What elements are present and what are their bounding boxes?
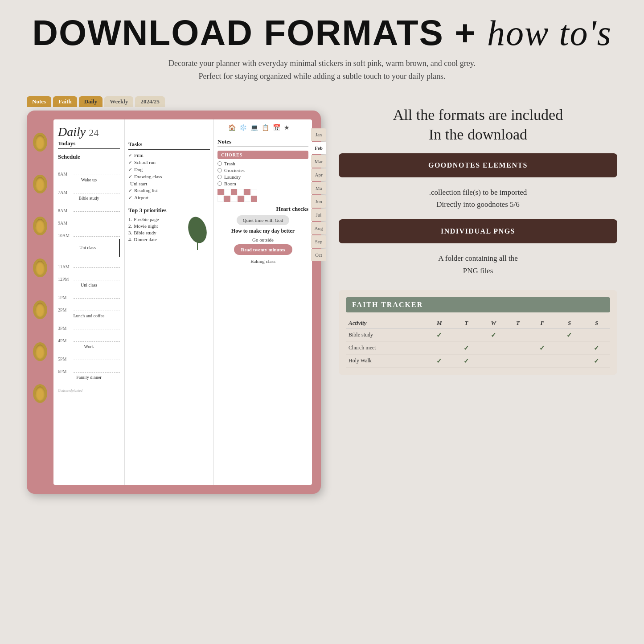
header-section: DOWNLOAD FORMATS + how to's Decorate you… [27, 13, 617, 83]
col-m: M [426, 318, 453, 329]
checker-cell [224, 189, 230, 195]
month-apr[interactable]: Apr [311, 168, 326, 181]
day-w-holy [480, 354, 507, 367]
snowflake-icon: ❄️ [239, 124, 247, 131]
heart-pill: Quiet time with God [237, 215, 290, 225]
col-w: W [480, 318, 507, 329]
time-row-12pm: 12PM [58, 270, 120, 282]
day-s1-church [556, 341, 583, 354]
activity-holy: Holy Walk [346, 354, 426, 367]
event-wakeup: Wake up [58, 177, 120, 182]
check-icon: ✓ [464, 345, 469, 352]
col-t2: T [507, 318, 529, 329]
time-line-6pm [74, 372, 120, 373]
priorities-title: Top 3 priorities [128, 207, 210, 214]
day-s2-church: ✓ [583, 341, 610, 354]
task-airport: ✓ Airport [128, 195, 210, 201]
ring-5 [33, 300, 47, 319]
month-tabs: Jan Feb Mar Apr Ma Jun Jul Aug Sep Oct [311, 128, 326, 261]
month-jun[interactable]: Jun [311, 195, 326, 208]
priority-label-3: Bible study [134, 230, 156, 235]
ring-1 [33, 133, 47, 152]
chore-circle-3 [217, 175, 222, 179]
ring-7 [33, 384, 47, 403]
month-sep[interactable]: Sep [311, 235, 326, 248]
day-f-church: ✓ [529, 341, 556, 354]
tab-year[interactable]: 2024/25 [135, 96, 165, 107]
chore-laundry: Laundry [217, 174, 308, 180]
goodnotes-btn[interactable]: GOODNOTES ELEMENTS [339, 153, 617, 177]
chores-list: Trash Grocieries Laundry [217, 161, 308, 186]
title-italic: how to's [487, 13, 612, 53]
check-icon: ✓ [128, 152, 132, 158]
tracker-row-bible: Bible study ✓ ✓ ✓ [346, 328, 610, 341]
day-t2-church [507, 341, 529, 354]
time-6am: 6AM [58, 172, 74, 176]
month-oct[interactable]: Oct [311, 249, 326, 261]
month-mar[interactable]: Mar [311, 155, 326, 168]
time-row: 6AM [58, 165, 120, 176]
tasks-label: Tasks [128, 141, 210, 150]
check-icon-2: ✓ [128, 160, 132, 165]
chore-grocieries-label: Grocieries [224, 168, 245, 173]
event-work: Work [58, 344, 120, 349]
month-jul[interactable]: Jul [311, 209, 326, 221]
time-row-2pm: 2PM [58, 301, 120, 312]
tracker-row-holy: Holy Walk ✓ ✓ ✓ [346, 354, 610, 367]
better-go-outside: Go outside [217, 237, 308, 242]
month-aug[interactable]: Aug [311, 222, 326, 234]
checker-cell [231, 196, 237, 202]
notes-label: Notes [217, 138, 308, 147]
tab-weekly[interactable]: Weekly [104, 96, 133, 107]
checker-cell [231, 189, 237, 195]
priorities-section: Top 3 priorities 1. Freebie page 2. [128, 207, 210, 252]
priority-label-1: Freebie page [134, 217, 159, 222]
month-may[interactable]: Ma [311, 182, 326, 194]
collection-line2: Directly into goodnotes 5/6 [436, 200, 520, 209]
check-icon: ✓ [566, 332, 572, 339]
priority-2: 2. Movie night [128, 223, 183, 229]
day-s1-holy [556, 354, 583, 367]
chore-trash: Trash [217, 161, 308, 166]
folder-line1: A folder containing all the [438, 254, 517, 263]
check-icon: ✓ [594, 357, 599, 365]
tab-faith[interactable]: Faith [53, 96, 77, 107]
time-line-2pm [74, 311, 120, 311]
time-1pm: 1PM [58, 295, 74, 300]
check-icon: ✓ [436, 332, 442, 339]
checker-cell [251, 189, 257, 195]
individual-btn[interactable]: INDIVIDUAL PNGS [339, 219, 617, 243]
time-row-8am: 8AM [58, 201, 120, 213]
task-schoolrun-label: School run [134, 160, 156, 165]
time-7am: 7AM [58, 190, 74, 195]
chore-trash-label: Trash [224, 161, 235, 166]
month-feb[interactable]: Feb [311, 142, 326, 154]
faith-tracker-box: FAITH TRACKER Activity M T W T F S S [339, 290, 617, 375]
check-icon-6: ✓ [128, 188, 132, 193]
activity-church: Church meet [346, 341, 426, 354]
time-row-9am: 9AM [58, 214, 120, 226]
month-jan[interactable]: Jan [311, 128, 326, 141]
time-line-10am [74, 236, 120, 237]
formats-line1: All the formats are included [393, 107, 563, 123]
tab-daily[interactable]: Daily [79, 96, 103, 107]
todays-label: Todays [58, 140, 120, 149]
collection-text: .collection file(s) to be imported Direc… [339, 186, 617, 210]
checker-cell [217, 196, 224, 202]
day-f-holy [529, 354, 556, 367]
day-w-church [480, 341, 507, 354]
time-9am: 9AM [58, 221, 74, 226]
check-icon: ✓ [491, 332, 496, 339]
time-row-10am: 10AM [58, 226, 120, 238]
priority-num-1: 1. [128, 217, 132, 222]
tabs-row: Notes Faith Daily Weekly 2024/25 [27, 96, 321, 107]
subtitle: Decorate your planner with everyday mini… [27, 57, 617, 83]
info-panel: All the formats are included In the down… [339, 96, 617, 375]
calendar-icon: 📅 [273, 124, 280, 131]
time-12pm: 12PM [58, 277, 74, 282]
tab-notes[interactable]: Notes [27, 96, 51, 107]
day-t-holy: ✓ [453, 354, 480, 367]
clipboard-icon: 📋 [262, 124, 269, 131]
priority-1: 1. Freebie page [128, 217, 183, 222]
daily-title: Daily 24 [58, 125, 120, 139]
